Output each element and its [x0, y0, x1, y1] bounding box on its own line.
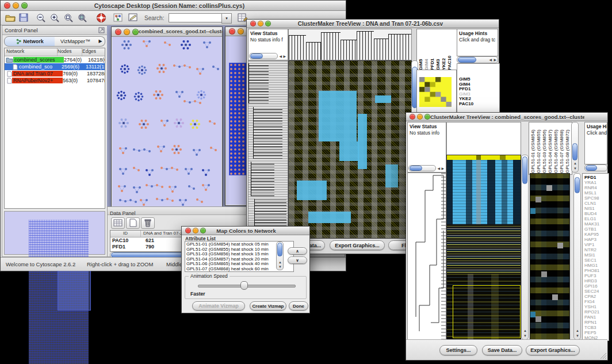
scroll-right-arrow[interactable]: ▶ [283, 55, 286, 58]
zoom-button[interactable] [424, 114, 430, 120]
gene-label[interactable]: PEP5 [584, 330, 609, 335]
done-button[interactable]: Done [289, 301, 308, 311]
scroll-up-arrow[interactable]: ▲ [573, 162, 577, 165]
main-titlebar[interactable]: Cytoscape Desktop (Session Name: collins… [1, 1, 346, 11]
tv2-gene-labels[interactable]: PFD1YRA1RNR4MSL1SPC98CLN1NIS1BUD4ELG1MAK… [582, 173, 609, 341]
network-row-combined-sco-selected[interactable]: combined_sco 2569(6) 13112(15) [5, 63, 105, 70]
col-header-edges[interactable]: Edges [82, 48, 105, 56]
minimize-button[interactable] [238, 28, 244, 35]
scroll-down-arrow[interactable]: ▼ [573, 167, 577, 170]
attribute-list-vscrollbar[interactable]: ▲ ▼ [276, 242, 284, 270]
resize-grip[interactable] [600, 352, 607, 359]
gene-label[interactable]: MAK31 [584, 221, 609, 227]
scroll-down-arrow[interactable]: ▼ [576, 334, 579, 338]
tv2-heatmap[interactable] [446, 155, 521, 340]
network-row-dna-tran[interactable]: DNA and Tran 07 769(0) 183728(0) [5, 70, 105, 77]
move-down-button[interactable]: ∨ [288, 256, 307, 264]
minimize-button[interactable] [258, 21, 263, 26]
move-up-button[interactable]: ∧ [288, 247, 307, 255]
annotation-icon[interactable] [128, 13, 138, 22]
gene-label[interactable]: YSH1 [584, 304, 609, 309]
tv1-column-label[interactable]: GIM3 [435, 30, 441, 70]
gene-label[interactable]: SEC1 [584, 258, 609, 263]
close-button[interactable] [115, 29, 121, 35]
tv2-status-hscrollbar[interactable] [408, 165, 436, 171]
create-vizmap-button[interactable]: Create Vizmap [250, 301, 286, 311]
tv2-column-label[interactable]: GPL51-08 (GSM872) [565, 124, 571, 173]
tv1-column-label[interactable]: PFD1 [430, 30, 435, 70]
close-button[interactable] [185, 228, 191, 233]
gene-label[interactable]: HRD3 [584, 278, 609, 283]
scroll-left-arrow[interactable]: ◀ [279, 55, 282, 58]
tv1-export-graphics-button[interactable]: Export Graphics... [330, 240, 385, 250]
zoom-selected-icon[interactable] [64, 13, 74, 22]
network-row-combined-scores[interactable]: combined_scores 2764(0) 16218(0) [5, 56, 105, 63]
scroll-right-arrow[interactable]: ▶ [441, 167, 444, 170]
tv2-hints-hscrollbar[interactable] [584, 164, 607, 171]
minimize-button[interactable] [124, 29, 130, 35]
gene-label[interactable]: SPC98 [584, 196, 609, 201]
speed-slider-thumb[interactable] [240, 281, 248, 290]
gene-label[interactable]: RPO21 [584, 309, 609, 315]
tv1-status-hscrollbar[interactable] [249, 53, 278, 59]
open-session-icon[interactable] [5, 13, 16, 22]
gene-label[interactable]: SEC24 [584, 289, 609, 294]
new-attribute-button[interactable] [126, 217, 140, 229]
gene-label[interactable]: NIS1 [584, 206, 609, 211]
scroll-up-arrow[interactable]: ▲ [576, 329, 579, 332]
attribute-item[interactable]: GPL51-07 (GSM868) heat shock 60 min [186, 267, 285, 272]
tv1-column-labels[interactable]: GIM5GIM4PFD1GIM3YKE2PAC10 [416, 29, 459, 72]
scroll-up-arrow[interactable]: ▲ [278, 260, 282, 264]
float-panel-icon[interactable] [98, 27, 105, 33]
gene-label[interactable]: KAP95 [584, 232, 609, 237]
minimize-button[interactable] [417, 114, 423, 120]
gene-label[interactable]: ELG1 [584, 216, 609, 221]
attribute-item[interactable]: GPL51-01 (GSM854) heat shock 05 min [186, 242, 285, 247]
col-header-nodes[interactable]: Nodes [58, 48, 82, 56]
animate-vizmap-button[interactable]: Animate Vizmap [192, 301, 245, 311]
gene-label[interactable]: PFD1 [584, 175, 609, 180]
save-session-icon[interactable] [19, 13, 28, 22]
gene-label[interactable]: GTB1 [584, 227, 609, 232]
tv2-zoom-heatmap[interactable] [530, 173, 570, 340]
tv1-zoom-heatmap[interactable] [419, 77, 452, 107]
gene-label[interactable]: VIP1 [584, 242, 609, 247]
network-overview[interactable] [4, 211, 105, 255]
scroll-right-arrow[interactable]: ▶ [494, 58, 496, 62]
gene-label[interactable]: BUD4 [584, 211, 609, 216]
gene-label[interactable]: CPA2 [584, 294, 609, 299]
network-view-window-1[interactable]: combined_scores_good.txt--cluste... [111, 26, 223, 206]
gene-label[interactable]: RNR4 [584, 185, 609, 190]
zoom-fit-icon[interactable] [78, 13, 87, 22]
tv1-column-label[interactable]: PAC10 [447, 30, 453, 70]
zoom-button[interactable] [200, 228, 206, 233]
tv2-zoom-vscrollbar[interactable]: ▲ ▼ [573, 173, 581, 340]
zoom-in-icon[interactable] [50, 13, 60, 22]
tv1-column-dendrogram[interactable] [288, 29, 412, 60]
scroll-up-arrow[interactable]: ▲ [523, 329, 527, 332]
attr-row-id[interactable]: PFD1 [110, 244, 142, 250]
gene-label[interactable]: NTR2 [584, 247, 609, 252]
search-dropdown-button[interactable]: ▾ [221, 13, 232, 24]
close-button[interactable] [229, 28, 235, 35]
tv2-column-label[interactable]: GPL51-06 (GSM865) [553, 124, 559, 173]
tab-vizmapper[interactable]: VizMapper™ [55, 36, 97, 47]
tv1-column-label[interactable]: YKE2 [441, 30, 447, 70]
gene-label[interactable]: FIG4 [584, 299, 609, 304]
gene-label[interactable]: TCB3 [584, 325, 609, 330]
tab-network[interactable]: Network [4, 36, 56, 47]
network-canvas-1[interactable] [112, 37, 221, 206]
gene-label[interactable]: CLN1 [584, 201, 609, 206]
gene-label[interactable]: RPN1 [584, 320, 609, 325]
minimize-button[interactable] [193, 228, 198, 233]
zoom-button[interactable] [132, 29, 139, 35]
gene-label[interactable]: HAP3 [584, 237, 609, 242]
scroll-left-arrow[interactable]: ◀ [437, 167, 440, 170]
gene-label[interactable]: HMG1 [584, 263, 609, 268]
col-header-network[interactable]: Network [5, 48, 58, 56]
attribute-item[interactable]: GPL51-04 (GSM857) heat shock 20 min [186, 257, 285, 262]
attr-row-id[interactable]: PAC10 [110, 237, 142, 244]
tv1-row-dendrogram[interactable] [248, 60, 288, 239]
zoom-button[interactable] [265, 21, 271, 26]
close-button[interactable] [250, 21, 256, 26]
